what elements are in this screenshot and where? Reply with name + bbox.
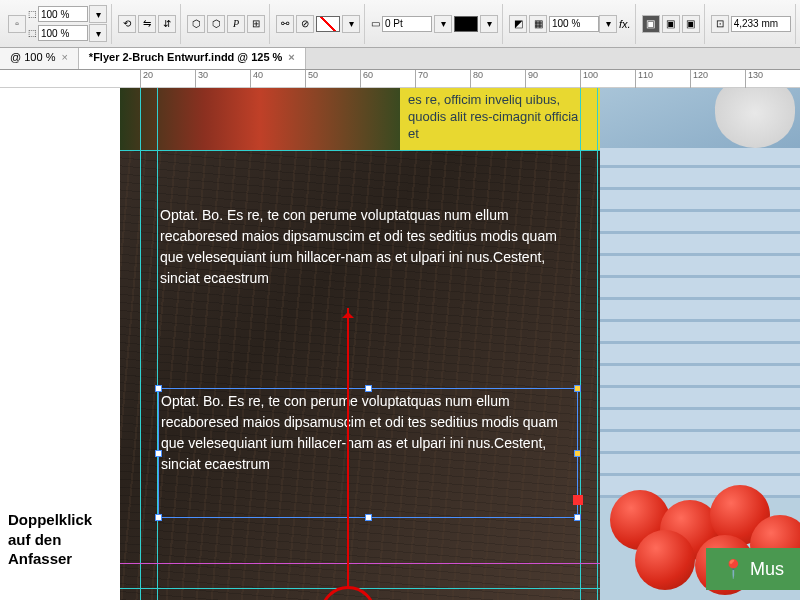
annotation-text: Doppelklick auf den Anfasser bbox=[8, 510, 92, 569]
swatch-dropdown-icon[interactable]: ▾ bbox=[342, 15, 360, 33]
dropdown-icon[interactable]: ▾ bbox=[480, 15, 498, 33]
annotation-arrow bbox=[347, 308, 349, 588]
location-button[interactable]: 📍 Mus bbox=[706, 548, 800, 590]
stepper-icon[interactable]: ▾ bbox=[89, 24, 107, 42]
top-photo bbox=[120, 88, 400, 150]
page-background bbox=[120, 88, 600, 600]
zoom-h-input[interactable] bbox=[38, 25, 88, 41]
link-chain-icon[interactable]: ⚯ bbox=[276, 15, 294, 33]
point-icon[interactable]: ⬡ bbox=[207, 15, 225, 33]
stepper-icon[interactable]: ▾ bbox=[599, 15, 617, 33]
zoom-w-input[interactable] bbox=[38, 6, 88, 22]
link-icon: ⬚ bbox=[28, 9, 37, 19]
text-frame-2-selected[interactable]: Optat. Bo. Es re, te con perume voluptat… bbox=[158, 388, 578, 518]
stroke-icon: ▭ bbox=[371, 18, 380, 29]
close-icon[interactable]: × bbox=[61, 51, 67, 63]
stroke-pt-input[interactable] bbox=[382, 16, 432, 32]
horizontal-ruler[interactable]: 20 30 40 50 60 70 80 90 100 110 120 130 bbox=[0, 70, 800, 88]
crop-icon[interactable]: ⊡ bbox=[711, 15, 729, 33]
stepper-icon[interactable]: ▾ bbox=[434, 15, 452, 33]
dim-input[interactable] bbox=[731, 16, 791, 32]
wrap-shape-icon[interactable]: ▣ bbox=[682, 15, 700, 33]
opacity-input[interactable] bbox=[549, 16, 599, 32]
right-photo bbox=[600, 88, 800, 600]
document-tabs: @ 100 %× *Flyer 2-Bruch Entwurf.indd @ 1… bbox=[0, 48, 800, 70]
fill-icon[interactable]: ◩ bbox=[509, 15, 527, 33]
close-icon[interactable]: × bbox=[288, 51, 294, 63]
tab-doc1[interactable]: @ 100 %× bbox=[0, 48, 79, 69]
point-icon[interactable]: ⬡ bbox=[187, 15, 205, 33]
flip-h-icon[interactable]: ⇋ bbox=[138, 15, 156, 33]
pin-icon: 📍 bbox=[722, 558, 744, 580]
document-canvas[interactable]: es re, officim inveliq uibus, quodis ali… bbox=[0, 88, 800, 600]
no-fill-swatch[interactable] bbox=[316, 16, 340, 32]
wrap-none-icon[interactable]: ▣ bbox=[642, 15, 660, 33]
align-icon[interactable]: ⊞ bbox=[247, 15, 265, 33]
overset-text-handle[interactable] bbox=[573, 495, 583, 505]
wrap-bound-icon[interactable]: ▣ bbox=[662, 15, 680, 33]
flip-v-icon[interactable]: ⇵ bbox=[158, 15, 176, 33]
tab-doc2[interactable]: *Flyer 2-Bruch Entwurf.indd @ 125 %× bbox=[79, 48, 306, 69]
yellow-text-box[interactable]: es re, officim inveliq uibus, quodis ali… bbox=[400, 88, 600, 150]
corner-icon[interactable]: ▫ bbox=[8, 15, 26, 33]
rotate-icon[interactable]: ⟲ bbox=[118, 15, 136, 33]
opacity-icon[interactable]: ▦ bbox=[529, 15, 547, 33]
text-frame-1[interactable]: Optat. Bo. Es re, te con perume voluptat… bbox=[158, 203, 578, 291]
stepper-icon[interactable]: ▾ bbox=[89, 5, 107, 23]
unlink-icon[interactable]: ⊘ bbox=[296, 15, 314, 33]
main-toolbar: ▫ ⬚ ▾ ⬚ ▾ ⟲ ⇋ ⇵ ⬡ ⬡ P ⊞ ⚯ ⊘ ▾ ▭ bbox=[0, 0, 800, 48]
fx-label[interactable]: fx. bbox=[619, 18, 631, 30]
stroke-style[interactable] bbox=[454, 16, 478, 32]
paragraph-icon[interactable]: P bbox=[227, 15, 245, 33]
